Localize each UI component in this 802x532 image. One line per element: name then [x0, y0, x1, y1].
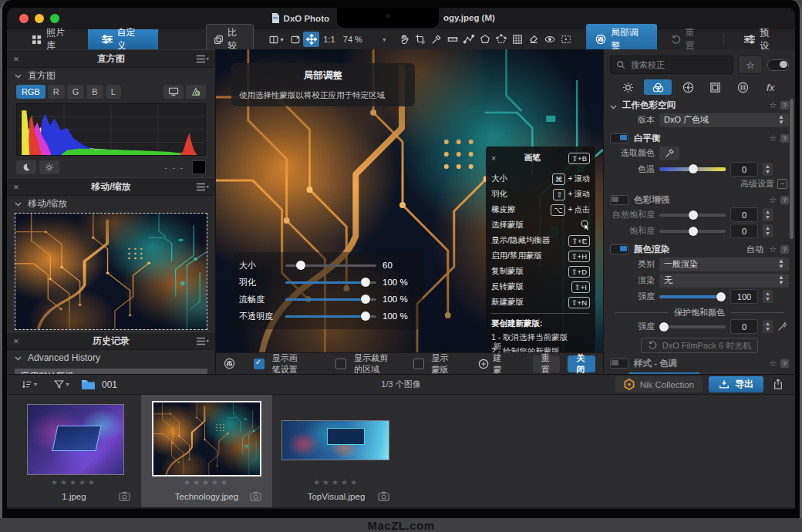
temperature-slider[interactable] [659, 167, 726, 171]
vibrance-slider[interactable] [659, 214, 726, 217]
close-button[interactable]: 关闭 [568, 355, 595, 372]
vibrance-value[interactable]: 0 [730, 207, 758, 222]
channel-r-button[interactable]: R [48, 85, 65, 99]
tab-color-icon[interactable] [644, 79, 672, 95]
channel-g-button[interactable]: G [67, 85, 85, 99]
rendering-select[interactable]: 无▲▼ [659, 274, 789, 288]
tab-local-adjustments-icon[interactable] [731, 79, 754, 95]
panel-menu-icon[interactable] [197, 183, 209, 191]
presets-button[interactable]: 预设 [730, 29, 795, 49]
color-enhancement-toggle[interactable] [610, 195, 628, 205]
search-field[interactable] [610, 56, 733, 74]
close-icon[interactable]: × [13, 53, 25, 65]
help-icon[interactable]: ? [780, 196, 789, 204]
size-slider[interactable] [285, 264, 376, 267]
menu-item-new-mask[interactable]: 新建蒙版 ⇧+N [491, 295, 590, 310]
shadow-clipping-icon[interactable] [16, 160, 36, 174]
eraser-tool-icon[interactable] [525, 32, 541, 47]
close-icon[interactable]: × [13, 335, 25, 347]
star-rating[interactable]: ★★★★★ [272, 478, 400, 487]
feather-slider[interactable] [285, 281, 376, 284]
filmpack-button[interactable]: DxO FilmPack 6 时光机 [641, 338, 758, 353]
version-select[interactable]: DxO 广色域▲▼ [659, 113, 789, 127]
mask-reset-button[interactable]: 重置 [533, 355, 561, 372]
category-select[interactable]: 一般渲染▲▼ [659, 258, 789, 271]
filmstrip-item-2-selected[interactable]: ★★★★★ Technology.jpeg [141, 395, 272, 507]
zoom-1to1-button[interactable]: 1:1 [319, 32, 339, 47]
export-button[interactable]: 导出 [709, 376, 763, 392]
style-toning-header[interactable]: 样式 - 色调 ☆? [604, 357, 795, 370]
fit-view-button[interactable] [287, 32, 303, 47]
favorites-star-button[interactable]: ☆ [738, 56, 763, 74]
protect-intensity-stepper[interactable]: ▲▼ [763, 320, 773, 333]
control-line-tool-icon[interactable] [477, 32, 493, 47]
flow-slider[interactable] [285, 298, 376, 301]
close-icon[interactable]: × [13, 181, 25, 193]
show-mask-checkbox[interactable] [413, 359, 424, 369]
pan-tool-button[interactable] [303, 32, 319, 47]
perspective-tool-icon[interactable] [509, 32, 525, 47]
minimize-window-button[interactable] [35, 14, 44, 23]
tab-customize[interactable]: 自定义 [88, 29, 159, 49]
search-input[interactable] [629, 59, 727, 70]
star-rating[interactable]: ★★★★★ [7, 478, 141, 487]
channel-b-button[interactable]: B [86, 85, 103, 99]
menu-item-toggle-equalizer[interactable]: 显示/隐藏均衡器 ⇧+E [491, 233, 590, 248]
control-points-tool-icon[interactable] [460, 32, 477, 47]
help-icon[interactable]: ? [780, 359, 789, 368]
temperature-value[interactable]: 0 [730, 162, 758, 177]
star-icon[interactable]: ☆ [769, 359, 777, 369]
menu-item-select-mask[interactable]: 选择蒙版 [491, 217, 590, 233]
thumbnail-image[interactable] [27, 404, 124, 475]
show-brush-settings-checkbox[interactable] [254, 359, 265, 369]
show-cropped-area-checkbox[interactable] [335, 359, 346, 369]
selection-tool-icon[interactable] [558, 32, 574, 47]
saturation-value[interactable]: 0 [730, 224, 758, 238]
panel-menu-icon[interactable] [197, 55, 209, 63]
intensity-slider[interactable] [659, 295, 726, 298]
white-balance-toggle[interactable] [610, 133, 628, 143]
advanced-settings-link[interactable]: 高级设置 − [604, 177, 795, 190]
close-window-button[interactable] [19, 14, 29, 23]
menu-item-eraser[interactable]: 橡皮擦 ⌥+ 点击 [491, 202, 590, 217]
straighten-tool-icon[interactable] [444, 32, 460, 47]
star-icon[interactable]: ☆ [769, 244, 777, 254]
filmstrip-item-3[interactable]: ★★★★★ TopVisual.jpeg [272, 395, 400, 507]
filmstrip-item-1[interactable]: ★★★★★ 1.jpeg [7, 395, 141, 507]
help-icon[interactable]: ? [780, 134, 789, 143]
right-panel-scrollbar[interactable] [790, 99, 794, 239]
navigator-preview[interactable] [15, 213, 207, 330]
tab-geometry-icon[interactable] [704, 79, 727, 95]
intensity-value[interactable]: 100 [730, 289, 758, 304]
new-mask-button[interactable]: 新建蒙版 [470, 355, 517, 372]
style-toning-toggle[interactable] [610, 359, 628, 369]
eyedropper-button[interactable] [659, 146, 679, 160]
history-section-toggle[interactable]: Advanced History [7, 350, 215, 365]
menu-item-invert-mask[interactable]: 反转蒙版 ⇧+I [491, 279, 590, 295]
zoom-window-button[interactable] [50, 14, 59, 23]
help-icon[interactable]: ? [780, 101, 789, 109]
tab-detail-icon[interactable] [676, 79, 699, 95]
zoom-level-select[interactable]: 74 %▾ [339, 32, 390, 47]
color-rendering-header[interactable]: 颜色渲染 自动 ☆? [604, 243, 795, 256]
nik-collection-button[interactable]: Nik Collection [615, 376, 703, 392]
filter-button[interactable]: ▾ [49, 377, 75, 392]
eye-tool-icon[interactable] [541, 32, 558, 47]
history-item[interactable]: 应用默认预设 [15, 369, 207, 374]
channel-rgb-button[interactable]: RGB [16, 85, 45, 99]
split-view-button[interactable]: ▾ [265, 32, 288, 47]
thumbnail-image[interactable] [281, 420, 389, 460]
channel-l-button[interactable]: L [106, 85, 121, 99]
menu-item-feather[interactable]: 羽化 ⇧+ 滚动 [491, 187, 590, 202]
tab-light-icon[interactable] [617, 79, 640, 95]
star-rating[interactable]: ★★★★★ [141, 478, 272, 487]
eyedropper-tool-icon[interactable] [428, 32, 444, 47]
intensity-stepper[interactable]: ▲▼ [763, 290, 773, 303]
opacity-slider[interactable] [285, 315, 376, 318]
navigator-section-toggle[interactable]: 移动/缩放 [7, 196, 215, 211]
star-icon[interactable]: ☆ [769, 195, 777, 205]
photo-canvas[interactable]: 局部调整 使用选择性蒙版以将校正应用于特定区域 × 画笔 ⇧+B 大小 ⌘+ 滚… [216, 49, 603, 352]
panel-menu-icon[interactable] [197, 337, 209, 345]
menu-item-duplicate-mask[interactable]: 复制蒙版 ⇧+D [491, 264, 590, 279]
reset-button[interactable]: 重置 [657, 29, 718, 49]
